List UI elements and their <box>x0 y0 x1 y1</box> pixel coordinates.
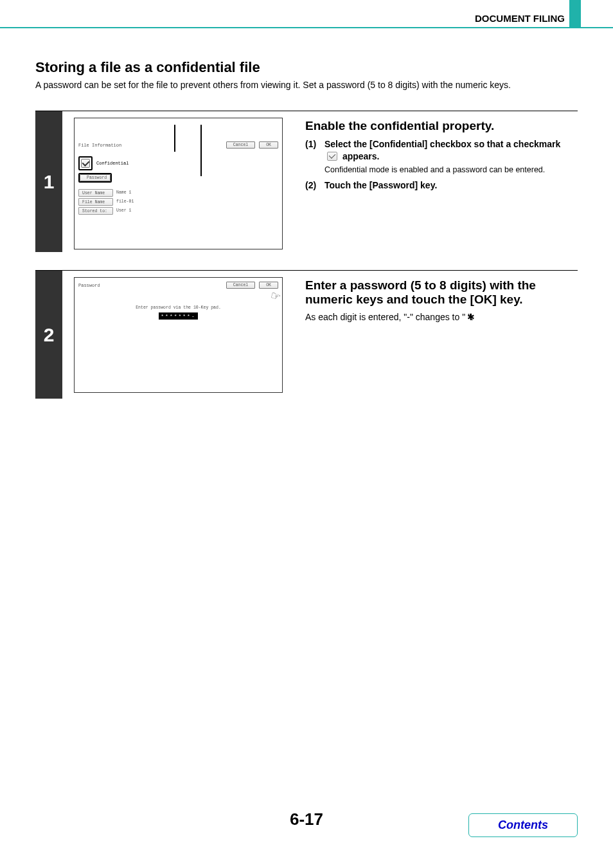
page-title: Storing a file as a confidential file <box>35 59 260 76</box>
sub-1-title: Select the [Confidential] checkbox so th… <box>324 138 578 163</box>
section-header: DOCUMENT FILING <box>475 13 565 24</box>
step-number: 1 <box>35 111 62 252</box>
contents-button[interactable]: Contents <box>468 813 578 837</box>
confidential-callout-box <box>78 156 93 170</box>
callout-leader-2 <box>200 125 202 176</box>
step1-instructions: Enable the confidential property. (1) Se… <box>305 119 578 195</box>
password-callout-box: Password <box>78 173 112 183</box>
asterisk-icon: ✱ <box>467 312 475 322</box>
ok-button[interactable]: OK <box>259 141 278 149</box>
ui-title: File Information <box>78 143 121 148</box>
filename-value: file-01 <box>113 198 148 206</box>
step-1: 1 (1) (2) File Information Cancel OK Con… <box>35 111 578 252</box>
password-hint: Enter password via the 10-Key pad. <box>78 305 278 310</box>
checkmark-icon <box>327 152 337 161</box>
step2-instructions: Enter a password (5 to 8 digits) with th… <box>305 278 578 322</box>
username-label-btn[interactable]: User Name <box>78 189 113 197</box>
intro-paragraph: A password can be set for the file to pr… <box>35 80 578 90</box>
sub-1-body: Confidential mode is enabled and a passw… <box>324 165 578 176</box>
ui-title: Password <box>78 283 100 288</box>
filename-label-btn[interactable]: File Name <box>78 198 113 206</box>
cancel-button[interactable]: Cancel <box>226 141 255 149</box>
sub-2-num: (2) <box>305 179 324 192</box>
callout-leader-1 <box>174 125 175 152</box>
sub-1-num: (1) <box>305 138 324 176</box>
sub-1-title-b: appears. <box>340 151 379 161</box>
step2-body: As each digit is entered, "-" changes to… <box>305 312 578 322</box>
step-2: 2 Password Cancel OK ☜ Enter password vi… <box>35 270 578 399</box>
username-value: Name 1 <box>113 189 148 197</box>
confidential-label: Confidential <box>96 161 129 166</box>
header-accent-bar <box>569 0 581 28</box>
header-rule <box>0 27 613 28</box>
step2-heading: Enter a password (5 to 8 digits) with th… <box>305 278 578 307</box>
sub-1-title-a: Select the [Confidential] checkbox so th… <box>324 139 560 149</box>
storedto-label-btn[interactable]: Stored to: <box>78 207 113 215</box>
sub-2-title: Touch the [Password] key. <box>324 179 578 192</box>
cancel-button[interactable]: Cancel <box>226 282 255 289</box>
touch-finger-icon: ☜ <box>269 287 283 307</box>
confidential-checkbox[interactable] <box>81 159 90 168</box>
ui-screenshot-file-info: File Information Cancel OK Confidential … <box>74 118 283 249</box>
step1-heading: Enable the confidential property. <box>305 119 578 133</box>
password-masked-field[interactable]: *******- <box>159 312 197 320</box>
ui-screenshot-password: Password Cancel OK ☜ Enter password via … <box>74 277 283 393</box>
step2-body-text: As each digit is entered, "-" changes to… <box>305 312 474 322</box>
step-number: 2 <box>35 271 62 399</box>
password-button[interactable]: Password <box>80 174 111 181</box>
storedto-value: User 1 <box>113 207 148 215</box>
